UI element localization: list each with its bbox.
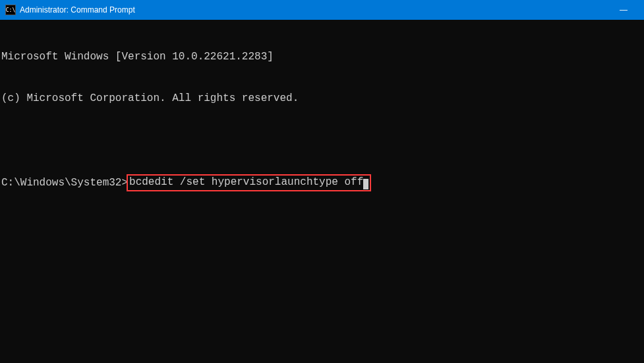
text-cursor [363, 179, 368, 189]
command-highlight: bcdedit /set hypervisorlaunchtype off [127, 174, 371, 191]
command-text: bcdedit /set hypervisorlaunchtype off [129, 176, 363, 188]
terminal-output-line: (c) Microsoft Corporation. All rights re… [1, 92, 643, 106]
window-titlebar: C:\ Administrator: Command Prompt — [0, 0, 644, 20]
prompt-text: C:\Windows\System32> [1, 176, 128, 190]
terminal-output-line: Microsoft Windows [Version 10.0.22621.22… [1, 50, 643, 64]
minimize-icon: — [620, 5, 628, 15]
terminal-body[interactable]: Microsoft Windows [Version 10.0.22621.22… [0, 20, 644, 207]
window-title: Administrator: Command Prompt [20, 5, 608, 15]
window-controls: — [608, 0, 639, 20]
command-line[interactable]: C:\Windows\System32>bcdedit /set hypervi… [1, 175, 643, 191]
cmd-icon: C:\ [5, 5, 16, 15]
minimize-button[interactable]: — [608, 0, 639, 20]
cmd-icon-text: C:\ [6, 7, 15, 13]
blank-line [1, 133, 643, 147]
